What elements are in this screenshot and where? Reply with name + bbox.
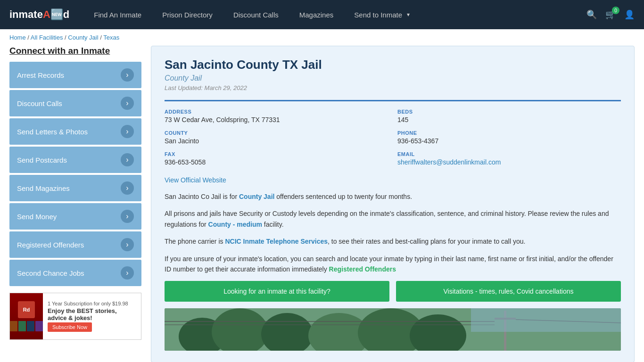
ncic-link[interactable]: NCIC Inmate Telephone Services: [225, 238, 328, 245]
arrow-icon: ›: [121, 68, 134, 82]
logo-text: inmateA🆕d: [9, 8, 69, 21]
search-icon[interactable]: 🔍: [586, 9, 597, 20]
sidebar-item-label: Discount Calls: [17, 99, 62, 107]
desc-para-4: If you are unsure of your inmate's locat…: [165, 254, 621, 275]
main-nav: inmateA🆕d Find An Inmate Prison Director…: [0, 0, 644, 29]
email-block: EMAIL sheriffwalters@suddenlinkmail.com: [397, 151, 621, 166]
beds-block: BEDS 145: [397, 109, 621, 123]
facility-photo: [165, 308, 621, 351]
sidebar-item-label: Registered Offenders: [17, 241, 84, 249]
sidebar-item-label: Arrest Records: [17, 71, 64, 79]
phone-value: 936-653-4367: [397, 137, 621, 145]
ad-subscribe-button[interactable]: Subscribe Now: [48, 322, 92, 332]
desc-para-1: San Jacinto Co Jail is for County Jail o…: [165, 191, 621, 202]
sidebar-item-label: Send Postcards: [17, 156, 67, 164]
sidebar-item-label: Send Letters & Photos: [17, 128, 88, 136]
address-block: ADDRESS 73 W Cedar Ave, Coldspring, TX 7…: [165, 109, 388, 123]
cart-badge: 0: [612, 7, 619, 14]
email-link[interactable]: sheriffwalters@suddenlinkmail.com: [397, 158, 501, 166]
address-label: ADDRESS: [165, 109, 388, 115]
chevron-down-icon: ▾: [407, 11, 410, 18]
nav-discount-calls[interactable]: Discount Calls: [223, 0, 289, 29]
nav-find-inmate[interactable]: Find An Inmate: [83, 0, 152, 29]
sidebar-item-arrest-records[interactable]: Arrest Records ›: [9, 62, 141, 88]
desc-para-2: All prisons and jails have Security or C…: [165, 208, 621, 230]
main-content: Connect with an Inmate Arrest Records › …: [0, 46, 644, 362]
sidebar-item-second-chance-jobs[interactable]: Second Chance Jobs ›: [9, 260, 141, 286]
arrow-icon: ›: [121, 125, 134, 138]
phone-block: PHONE 936-653-4367: [397, 130, 621, 145]
fax-value: 936-653-5058: [165, 158, 388, 166]
arrow-icon: ›: [121, 238, 134, 251]
county-value: San Jacinto: [165, 137, 388, 145]
action-buttons: Looking for an inmate at this facility? …: [165, 281, 621, 302]
facility-type: County Jail: [165, 74, 621, 82]
svg-rect-12: [471, 308, 621, 332]
find-inmate-button[interactable]: Looking for an inmate at this facility?: [165, 281, 389, 302]
arrow-icon: ›: [121, 181, 134, 195]
nav-links: Find An Inmate Prison Directory Discount…: [83, 0, 586, 29]
breadcrumb-all-facilities[interactable]: All Facilities: [31, 34, 63, 41]
fax-block: FAX 936-653-5058: [165, 151, 388, 166]
sidebar-item-label: Send Money: [17, 213, 57, 221]
ad-covers: [10, 321, 43, 331]
sidebar-item-label: Send Magazines: [17, 184, 70, 192]
rd-logo: Rd: [18, 301, 35, 318]
arrow-icon: ›: [121, 266, 134, 280]
site-logo[interactable]: inmateA🆕d: [9, 8, 69, 21]
sidebar: Connect with an Inmate Arrest Records › …: [9, 46, 141, 362]
sidebar-title: Connect with an Inmate: [9, 46, 141, 56]
breadcrumb-state[interactable]: Texas: [103, 34, 119, 41]
sidebar-item-send-money[interactable]: Send Money ›: [9, 203, 141, 230]
sidebar-item-discount-calls[interactable]: Discount Calls ›: [9, 90, 141, 116]
beds-label: BEDS: [397, 109, 621, 115]
sidebar-item-registered-offenders[interactable]: Registered Offenders ›: [9, 231, 141, 258]
sidebar-item-send-letters[interactable]: Send Letters & Photos ›: [9, 118, 141, 145]
description-section: San Jacinto Co Jail is for County Jail o…: [165, 184, 621, 302]
county-medium-link[interactable]: County - medium: [208, 221, 262, 228]
breadcrumb: Home / All Facilities / County Jail / Te…: [0, 29, 644, 46]
breadcrumb-home[interactable]: Home: [9, 34, 26, 41]
county-label: COUNTY: [165, 130, 388, 136]
arrow-icon: ›: [121, 210, 134, 223]
nav-prison-directory[interactable]: Prison Directory: [152, 0, 223, 29]
county-jail-link[interactable]: County Jail: [239, 193, 274, 200]
ad-right: 1 Year Subscription for only $19.98 Enjo…: [43, 293, 141, 339]
ad-text2: Enjoy the BEST stories, advice & jokes!: [48, 307, 136, 321]
nav-magazines[interactable]: Magazines: [289, 0, 344, 29]
user-icon[interactable]: 👤: [624, 9, 635, 20]
county-block: COUNTY San Jacinto: [165, 130, 388, 145]
sidebar-item-label: Second Chance Jobs: [17, 269, 84, 277]
email-label: EMAIL: [397, 151, 621, 157]
advertisement: Rd 1 Year Subscription for only $19.98 E…: [9, 293, 141, 340]
fax-label: FAX: [165, 151, 388, 157]
phone-label: PHONE: [397, 130, 621, 136]
arrow-icon: ›: [121, 97, 134, 110]
arrow-icon: ›: [121, 153, 134, 166]
nav-send-to-inmate[interactable]: Send to Inmate ▾: [344, 0, 420, 29]
ad-left: Rd: [10, 293, 43, 339]
photo-svg: [165, 308, 621, 351]
nav-actions: 🔍 🛒 0 👤: [586, 9, 635, 20]
ad-text1: 1 Year Subscription for only $19.98: [48, 301, 136, 306]
registered-offenders-link[interactable]: Registered Offenders: [329, 265, 396, 273]
sidebar-item-send-postcards[interactable]: Send Postcards ›: [9, 147, 141, 173]
facility-info-grid: ADDRESS 73 W Cedar Ave, Coldspring, TX 7…: [165, 100, 621, 166]
address-value: 73 W Cedar Ave, Coldspring, TX 77331: [165, 116, 388, 123]
sidebar-item-send-magazines[interactable]: Send Magazines ›: [9, 175, 141, 201]
breadcrumb-county-jail[interactable]: County Jail: [68, 34, 98, 41]
view-website-link[interactable]: View Official Website: [165, 176, 226, 184]
desc-para-3: The phone carrier is NCIC Inmate Telepho…: [165, 236, 621, 247]
facility-title: San Jacinto County TX Jail: [165, 58, 621, 72]
cart-button[interactable]: 🛒 0: [605, 9, 616, 20]
facility-card: San Jacinto County TX Jail County Jail L…: [151, 46, 635, 362]
beds-value: 145: [397, 116, 621, 123]
visitations-button[interactable]: Visitations - times, rules, Covid cancel…: [396, 281, 621, 302]
facility-updated: Last Updated: March 29, 2022: [165, 84, 621, 91]
